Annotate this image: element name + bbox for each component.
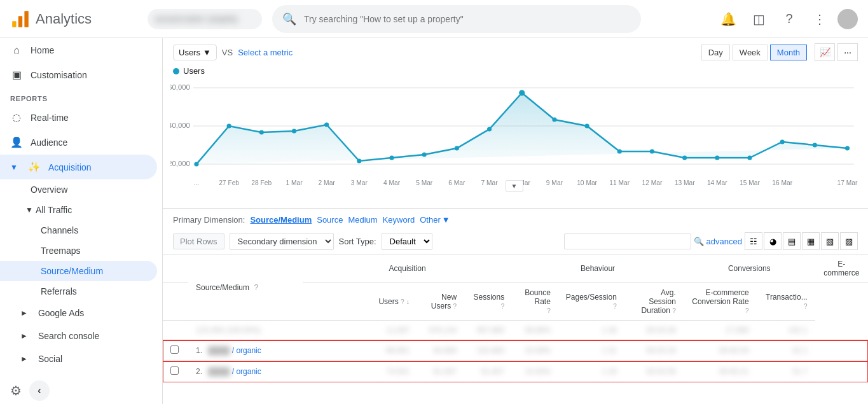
- dim-keyword[interactable]: Keyword: [383, 215, 415, 225]
- totals-label: 123,456 (100.00%): [188, 321, 303, 340]
- sidebar-item-acquisition[interactable]: ▼ ✨ Acquisition: [0, 155, 157, 179]
- dim-medium[interactable]: Medium: [348, 215, 377, 225]
- svg-text:9 Mar: 9 Mar: [546, 179, 563, 186]
- day-button[interactable]: Day: [701, 45, 730, 60]
- row1-checkbox-cell[interactable]: [163, 340, 188, 361]
- top-header: Analytics account.name / property 🔍 🔔 ◫ …: [0, 0, 868, 38]
- select-metric[interactable]: Select a metric: [238, 48, 293, 57]
- svg-point-25: [682, 156, 687, 160]
- bar-view-button[interactable]: ▤: [783, 232, 801, 250]
- apps-button[interactable]: ◫: [746, 6, 771, 32]
- svg-point-11: [227, 124, 231, 129]
- table-search-input[interactable]: [564, 233, 691, 249]
- pivot-view-button[interactable]: ▧: [821, 232, 839, 250]
- totals-transactions: 102.1: [757, 321, 815, 340]
- sessions-subheader[interactable]: Sessions ?: [464, 283, 512, 321]
- metric-pill[interactable]: Users ▼: [173, 45, 217, 60]
- row2-ecom-rate: 00:00:21: [684, 361, 757, 382]
- row1-organic-link[interactable]: / organic: [232, 346, 261, 355]
- search-input[interactable]: [304, 14, 631, 24]
- more-button[interactable]: ⋮: [807, 6, 832, 32]
- pages-session-subheader[interactable]: Pages/Session ?: [558, 283, 624, 321]
- sort-type-select[interactable]: Default: [382, 233, 432, 250]
- sidebar-item-google-ads[interactable]: ► Google Ads: [0, 302, 157, 324]
- dim-source-medium[interactable]: Source/Medium: [250, 215, 312, 225]
- row2-avg-session: 00:02:58: [624, 361, 684, 382]
- sidebar-item-treemaps[interactable]: Treemaps: [0, 240, 162, 261]
- new-users-subheader[interactable]: New Users ?: [417, 283, 464, 321]
- app-title: Analytics: [36, 11, 92, 27]
- totals-new-users: 876,144: [417, 321, 464, 340]
- home-icon: ⌂: [10, 45, 23, 56]
- conversions-group-header: Conversions: [684, 254, 815, 283]
- sidebar-item-customisation[interactable]: ▣ Customisation: [0, 62, 157, 87]
- svg-rect-2: [24, 11, 28, 27]
- users-sort-arrow[interactable]: ↓: [406, 298, 410, 305]
- sidebar-item-social[interactable]: ► Social: [0, 347, 157, 370]
- row2-new-users: 81,097: [417, 361, 464, 382]
- secondary-dimension-select[interactable]: Secondary dimension: [230, 233, 334, 250]
- sidebar-item-channels[interactable]: Channels: [0, 220, 162, 240]
- account-pill[interactable]: account.name / property: [148, 9, 262, 29]
- search-bar[interactable]: 🔍: [272, 5, 641, 33]
- select-all-header: [163, 254, 188, 283]
- settings-icon[interactable]: ⚙: [10, 383, 22, 398]
- users-chart: 60,000 40,000 20,000: [170, 78, 860, 193]
- ecom-conversion-subheader[interactable]: E-commerce Conversion Rate ?: [684, 283, 757, 321]
- source-medium-help-icon[interactable]: ?: [254, 283, 258, 292]
- sidebar-item-overview[interactable]: Overview: [0, 179, 162, 200]
- row2-pages-session: 1.28: [558, 361, 624, 382]
- row1-checkbox[interactable]: [170, 345, 179, 354]
- row1-new-users: 94,989: [417, 340, 464, 361]
- users-subheader[interactable]: Users ? ↓: [303, 283, 417, 321]
- totals-avg-session: 00:03:36: [624, 321, 684, 340]
- transactions-subheader[interactable]: Transactio... ?: [757, 283, 815, 321]
- sidebar-item-search-console[interactable]: ► Search console: [0, 324, 157, 347]
- chart-dropdown-button[interactable]: ▼: [506, 180, 523, 192]
- notifications-button[interactable]: 🔔: [715, 6, 741, 32]
- month-button[interactable]: Month: [770, 45, 807, 60]
- row2-checkbox-cell[interactable]: [163, 361, 188, 382]
- avg-session-subheader[interactable]: Avg. Session Duration ?: [624, 283, 684, 321]
- bounce-rate-subheader[interactable]: Bounce Rate ?: [512, 283, 558, 321]
- main-layout: ⌂ Home ▣ Customisation REPORTS ◌ Real-ti…: [0, 38, 868, 404]
- sidebar-item-referrals[interactable]: Referrals: [0, 281, 162, 302]
- pie-view-button[interactable]: ◕: [764, 232, 782, 250]
- users-help-icon: ?: [401, 298, 404, 305]
- plot-rows-button: Plot Rows: [173, 233, 224, 249]
- comparison-view-button[interactable]: ▦: [802, 232, 820, 250]
- svg-text:...: ...: [194, 179, 200, 186]
- row1-pages-session: 1.31: [558, 340, 624, 361]
- svg-text:14 Mar: 14 Mar: [707, 179, 727, 186]
- row2-organic-link[interactable]: / organic: [232, 367, 261, 376]
- table-search-icon[interactable]: 🔍: [694, 237, 704, 246]
- sidebar-item-audience[interactable]: 👤 Audience: [0, 130, 157, 155]
- row2-users: 74,501: [303, 361, 417, 382]
- sidebar-item-realtime[interactable]: ◌ Real-time: [0, 105, 157, 130]
- collapse-sidebar-button[interactable]: ‹: [29, 380, 50, 401]
- svg-text:3 Mar: 3 Mar: [351, 179, 368, 186]
- table-controls: Plot Rows Secondary dimension Sort Type:…: [163, 228, 868, 254]
- row2-bounce-rate: 14.00%: [512, 361, 558, 382]
- customisation-icon: ▣: [10, 69, 23, 81]
- grid-view-button[interactable]: ☷: [745, 232, 762, 250]
- advanced-link[interactable]: advanced: [706, 237, 742, 246]
- row2-checkbox[interactable]: [170, 366, 179, 375]
- sidebar-item-home[interactable]: ⌂ Home: [0, 38, 157, 62]
- dim-source[interactable]: Source: [317, 215, 343, 225]
- avg-session-help-icon: ?: [672, 307, 676, 314]
- ecom-conversion-help-icon: ?: [745, 307, 749, 314]
- avatar[interactable]: [837, 9, 858, 29]
- svg-text:4 Mar: 4 Mar: [383, 179, 401, 186]
- scatter-chart-button[interactable]: ···: [837, 43, 858, 61]
- lifetime-view-button[interactable]: ▨: [840, 232, 858, 250]
- dim-other[interactable]: Other ▼: [420, 215, 450, 225]
- acquisition-icon: ✨: [28, 161, 41, 173]
- help-button[interactable]: ?: [776, 6, 802, 32]
- search-console-expand-icon: ►: [20, 331, 28, 340]
- line-chart-button[interactable]: 📈: [815, 43, 835, 61]
- source-medium-header[interactable]: Source/Medium ?: [188, 254, 303, 321]
- sidebar-item-all-traffic[interactable]: ▼ All Traffic: [0, 200, 162, 220]
- week-button[interactable]: Week: [733, 45, 768, 60]
- sidebar-item-source-medium[interactable]: Source/Medium: [0, 261, 157, 281]
